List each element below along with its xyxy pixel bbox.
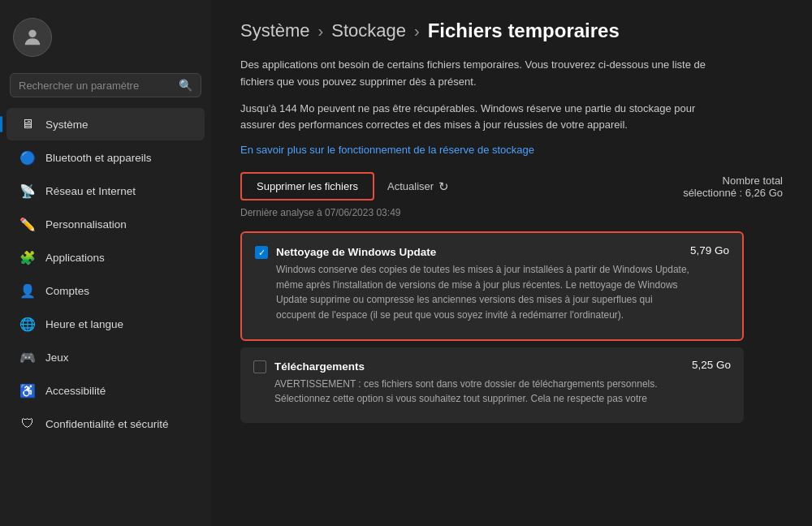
- action-bar: Supprimer les fichiers Actualiser ↻ Nomb…: [240, 172, 783, 200]
- search-icon: 🔍: [179, 79, 192, 92]
- action-bar-left: Supprimer les fichiers Actualiser ↻: [240, 172, 449, 200]
- personnalisation-icon: ✏️: [19, 216, 36, 232]
- breadcrumb: Système › Stockage › Fichiers temporaire…: [240, 19, 783, 42]
- file-title-telechargements: Téléchargements: [274, 360, 365, 373]
- sidebar-item-label: Système: [45, 119, 89, 131]
- bluetooth-icon: 🔵: [19, 149, 36, 166]
- file-title-windows-update: Nettoyage de Windows Update: [276, 246, 436, 258]
- file-size-windows-update: 5,79 Go: [690, 244, 729, 257]
- sidebar-item-bluetooth[interactable]: 🔵 Bluetooth et appareils: [6, 141, 205, 174]
- breadcrumb-separator-1: ›: [318, 22, 324, 41]
- checkbox-area-2[interactable]: [253, 360, 266, 373]
- main-content: Système › Stockage › Fichiers temporaire…: [211, 0, 812, 526]
- last-scan-text: Dernière analyse à 07/06/2023 03:49: [240, 207, 783, 218]
- sidebar-item-label: Confidentialité et sécurité: [45, 418, 169, 430]
- breadcrumb-current: Fichiers temporaires: [428, 19, 620, 42]
- file-desc-windows-update: Windows conserve des copies de toutes le…: [276, 262, 690, 322]
- accessibilite-icon: ♿: [19, 382, 36, 399]
- sidebar-item-label: Bluetooth et appareils: [45, 152, 152, 164]
- sidebar-item-applications[interactable]: 🧩 Applications: [6, 241, 205, 274]
- total-selected-info: Nombre total sélectionné : 6,26 Go: [683, 175, 783, 199]
- sidebar-item-label: Accessibilité: [45, 385, 106, 397]
- file-item-text-2: Téléchargements AVERTISSEMENT : ces fich…: [274, 359, 692, 407]
- sidebar-item-label: Applications: [45, 252, 105, 264]
- sidebar-item-jeux[interactable]: 🎮 Jeux: [6, 341, 205, 373]
- file-item-header-2: Téléchargements AVERTISSEMENT : ces fich…: [253, 359, 731, 407]
- checkbox-area-1[interactable]: ✓: [255, 246, 268, 259]
- sidebar-item-reseau[interactable]: 📡 Réseau et Internet: [6, 175, 205, 207]
- file-item-header: ✓ Nettoyage de Windows Update Windows co…: [255, 244, 729, 322]
- comptes-icon: 👤: [19, 282, 36, 299]
- delete-files-button[interactable]: Supprimer les fichiers: [240, 172, 374, 200]
- avatar[interactable]: [13, 18, 52, 57]
- sidebar-item-label: Personnalisation: [45, 218, 127, 231]
- sidebar-item-comptes[interactable]: 👤 Comptes: [6, 274, 205, 307]
- sidebar-item-systeme[interactable]: 🖥 Système: [6, 108, 205, 140]
- search-input[interactable]: [19, 80, 172, 92]
- file-item-windows-update: ✓ Nettoyage de Windows Update Windows co…: [240, 231, 744, 340]
- sidebar-item-label: Heure et langue: [45, 318, 123, 330]
- sidebar-item-personnalisation[interactable]: ✏️ Personnalisation: [6, 208, 205, 240]
- file-size-telechargements: 5,25 Go: [692, 359, 731, 371]
- sidebar: 🔍 🖥 Système 🔵 Bluetooth et appareils 📡 R…: [0, 0, 211, 526]
- reseau-icon: 📡: [19, 183, 36, 199]
- sidebar-item-heure[interactable]: 🌐 Heure et langue: [6, 308, 205, 340]
- sidebar-item-label: Jeux: [45, 351, 69, 364]
- breadcrumb-separator-2: ›: [414, 22, 420, 41]
- sidebar-item-label: Comptes: [45, 285, 89, 297]
- sidebar-item-confidentialite[interactable]: 🛡 Confidentialité et sécurité: [6, 407, 205, 440]
- breadcrumb-part2: Stockage: [331, 20, 406, 41]
- svg-point-0: [28, 30, 36, 37]
- learn-more-link[interactable]: En savoir plus sur le fonctionnement de …: [240, 144, 783, 156]
- sidebar-item-label: Réseau et Internet: [45, 185, 136, 197]
- main-description: Des applications ont besoin de certains …: [240, 57, 728, 91]
- confidentialite-icon: 🛡: [19, 416, 36, 432]
- systeme-icon: 🖥: [19, 116, 36, 132]
- checkmark-icon: ✓: [258, 248, 266, 257]
- file-item-left: ✓ Nettoyage de Windows Update Windows co…: [255, 244, 690, 322]
- search-box[interactable]: 🔍: [10, 73, 201, 97]
- sidebar-nav: 🖥 Système 🔵 Bluetooth et appareils 📡 Rés…: [0, 107, 211, 441]
- file-item-left-2: Téléchargements AVERTISSEMENT : ces fich…: [253, 359, 692, 407]
- file-item-text: Nettoyage de Windows Update Windows cons…: [276, 244, 690, 322]
- checkbox-windows-update[interactable]: ✓: [255, 246, 268, 259]
- file-item-telechargements: Téléchargements AVERTISSEMENT : ces fich…: [240, 347, 744, 423]
- jeux-icon: 🎮: [19, 349, 36, 365]
- checkbox-telechargements[interactable]: [253, 360, 266, 373]
- file-desc-telechargements: AVERTISSEMENT : ces fichiers sont dans v…: [274, 377, 692, 407]
- heure-icon: 🌐: [19, 316, 36, 332]
- refresh-label: Actualiser: [387, 180, 434, 192]
- sidebar-item-accessibilite[interactable]: ♿ Accessibilité: [6, 374, 205, 407]
- refresh-icon: ↻: [438, 179, 449, 194]
- storage-reserve-note: Jusqu'à 144 Mo peuvent ne pas être récup…: [240, 101, 728, 135]
- applications-icon: 🧩: [19, 249, 36, 265]
- breadcrumb-part1: Système: [240, 20, 310, 41]
- refresh-button[interactable]: Actualiser ↻: [387, 179, 449, 194]
- avatar-area: [0, 8, 211, 70]
